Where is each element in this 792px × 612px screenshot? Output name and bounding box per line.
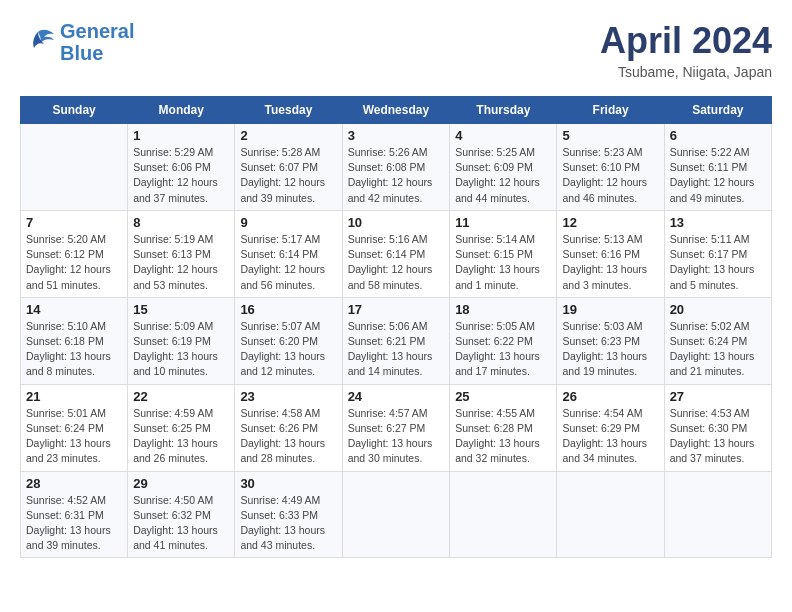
calendar-cell: 1Sunrise: 5:29 AM Sunset: 6:06 PM Daylig… xyxy=(128,124,235,211)
calendar-cell: 4Sunrise: 5:25 AM Sunset: 6:09 PM Daylig… xyxy=(450,124,557,211)
calendar-cell: 19Sunrise: 5:03 AM Sunset: 6:23 PM Dayli… xyxy=(557,297,664,384)
day-number: 4 xyxy=(455,128,551,143)
cell-info: Sunrise: 4:53 AM Sunset: 6:30 PM Dayligh… xyxy=(670,406,766,467)
day-number: 17 xyxy=(348,302,445,317)
day-number: 1 xyxy=(133,128,229,143)
location: Tsubame, Niigata, Japan xyxy=(600,64,772,80)
week-row-5: 28Sunrise: 4:52 AM Sunset: 6:31 PM Dayli… xyxy=(21,471,772,558)
day-number: 8 xyxy=(133,215,229,230)
cell-info: Sunrise: 5:20 AM Sunset: 6:12 PM Dayligh… xyxy=(26,232,122,293)
cell-info: Sunrise: 5:19 AM Sunset: 6:13 PM Dayligh… xyxy=(133,232,229,293)
day-number: 26 xyxy=(562,389,658,404)
calendar-cell: 7Sunrise: 5:20 AM Sunset: 6:12 PM Daylig… xyxy=(21,210,128,297)
cell-info: Sunrise: 5:02 AM Sunset: 6:24 PM Dayligh… xyxy=(670,319,766,380)
day-number: 2 xyxy=(240,128,336,143)
calendar-cell: 12Sunrise: 5:13 AM Sunset: 6:16 PM Dayli… xyxy=(557,210,664,297)
week-row-1: 1Sunrise: 5:29 AM Sunset: 6:06 PM Daylig… xyxy=(21,124,772,211)
day-number: 9 xyxy=(240,215,336,230)
cell-info: Sunrise: 5:09 AM Sunset: 6:19 PM Dayligh… xyxy=(133,319,229,380)
cell-info: Sunrise: 5:10 AM Sunset: 6:18 PM Dayligh… xyxy=(26,319,122,380)
day-header-sunday: Sunday xyxy=(21,97,128,124)
cell-info: Sunrise: 5:16 AM Sunset: 6:14 PM Dayligh… xyxy=(348,232,445,293)
cell-info: Sunrise: 4:52 AM Sunset: 6:31 PM Dayligh… xyxy=(26,493,122,554)
cell-info: Sunrise: 5:07 AM Sunset: 6:20 PM Dayligh… xyxy=(240,319,336,380)
day-number: 29 xyxy=(133,476,229,491)
calendar-cell: 23Sunrise: 4:58 AM Sunset: 6:26 PM Dayli… xyxy=(235,384,342,471)
calendar-cell: 17Sunrise: 5:06 AM Sunset: 6:21 PM Dayli… xyxy=(342,297,450,384)
day-number: 28 xyxy=(26,476,122,491)
title-block: April 2024 Tsubame, Niigata, Japan xyxy=(600,20,772,80)
day-number: 16 xyxy=(240,302,336,317)
day-number: 10 xyxy=(348,215,445,230)
day-header-tuesday: Tuesday xyxy=(235,97,342,124)
day-header-friday: Friday xyxy=(557,97,664,124)
cell-info: Sunrise: 5:14 AM Sunset: 6:15 PM Dayligh… xyxy=(455,232,551,293)
day-number: 6 xyxy=(670,128,766,143)
calendar-cell: 25Sunrise: 4:55 AM Sunset: 6:28 PM Dayli… xyxy=(450,384,557,471)
cell-info: Sunrise: 5:23 AM Sunset: 6:10 PM Dayligh… xyxy=(562,145,658,206)
cell-info: Sunrise: 5:26 AM Sunset: 6:08 PM Dayligh… xyxy=(348,145,445,206)
calendar-cell: 24Sunrise: 4:57 AM Sunset: 6:27 PM Dayli… xyxy=(342,384,450,471)
week-row-4: 21Sunrise: 5:01 AM Sunset: 6:24 PM Dayli… xyxy=(21,384,772,471)
day-number: 24 xyxy=(348,389,445,404)
calendar-cell: 11Sunrise: 5:14 AM Sunset: 6:15 PM Dayli… xyxy=(450,210,557,297)
calendar-cell: 6Sunrise: 5:22 AM Sunset: 6:11 PM Daylig… xyxy=(664,124,771,211)
cell-info: Sunrise: 5:05 AM Sunset: 6:22 PM Dayligh… xyxy=(455,319,551,380)
calendar-cell: 8Sunrise: 5:19 AM Sunset: 6:13 PM Daylig… xyxy=(128,210,235,297)
cell-info: Sunrise: 5:03 AM Sunset: 6:23 PM Dayligh… xyxy=(562,319,658,380)
calendar-cell: 29Sunrise: 4:50 AM Sunset: 6:32 PM Dayli… xyxy=(128,471,235,558)
calendar-cell xyxy=(21,124,128,211)
calendar-cell: 20Sunrise: 5:02 AM Sunset: 6:24 PM Dayli… xyxy=(664,297,771,384)
cell-info: Sunrise: 4:50 AM Sunset: 6:32 PM Dayligh… xyxy=(133,493,229,554)
week-row-2: 7Sunrise: 5:20 AM Sunset: 6:12 PM Daylig… xyxy=(21,210,772,297)
logo: General Blue xyxy=(20,20,134,64)
calendar-cell: 3Sunrise: 5:26 AM Sunset: 6:08 PM Daylig… xyxy=(342,124,450,211)
day-number: 14 xyxy=(26,302,122,317)
cell-info: Sunrise: 5:11 AM Sunset: 6:17 PM Dayligh… xyxy=(670,232,766,293)
calendar-cell: 5Sunrise: 5:23 AM Sunset: 6:10 PM Daylig… xyxy=(557,124,664,211)
day-number: 3 xyxy=(348,128,445,143)
day-number: 13 xyxy=(670,215,766,230)
calendar-cell: 30Sunrise: 4:49 AM Sunset: 6:33 PM Dayli… xyxy=(235,471,342,558)
logo-text: General Blue xyxy=(60,20,134,64)
month-title: April 2024 xyxy=(600,20,772,62)
calendar-cell xyxy=(342,471,450,558)
day-number: 19 xyxy=(562,302,658,317)
day-number: 18 xyxy=(455,302,551,317)
week-row-3: 14Sunrise: 5:10 AM Sunset: 6:18 PM Dayli… xyxy=(21,297,772,384)
calendar-cell: 14Sunrise: 5:10 AM Sunset: 6:18 PM Dayli… xyxy=(21,297,128,384)
cell-info: Sunrise: 4:57 AM Sunset: 6:27 PM Dayligh… xyxy=(348,406,445,467)
calendar-cell: 13Sunrise: 5:11 AM Sunset: 6:17 PM Dayli… xyxy=(664,210,771,297)
calendar-cell xyxy=(664,471,771,558)
day-number: 15 xyxy=(133,302,229,317)
calendar-cell: 15Sunrise: 5:09 AM Sunset: 6:19 PM Dayli… xyxy=(128,297,235,384)
day-number: 20 xyxy=(670,302,766,317)
day-header-thursday: Thursday xyxy=(450,97,557,124)
cell-info: Sunrise: 4:59 AM Sunset: 6:25 PM Dayligh… xyxy=(133,406,229,467)
calendar-cell: 28Sunrise: 4:52 AM Sunset: 6:31 PM Dayli… xyxy=(21,471,128,558)
day-number: 21 xyxy=(26,389,122,404)
day-number: 30 xyxy=(240,476,336,491)
day-number: 7 xyxy=(26,215,122,230)
cell-info: Sunrise: 5:25 AM Sunset: 6:09 PM Dayligh… xyxy=(455,145,551,206)
calendar-cell: 27Sunrise: 4:53 AM Sunset: 6:30 PM Dayli… xyxy=(664,384,771,471)
cell-info: Sunrise: 5:29 AM Sunset: 6:06 PM Dayligh… xyxy=(133,145,229,206)
calendar-cell: 22Sunrise: 4:59 AM Sunset: 6:25 PM Dayli… xyxy=(128,384,235,471)
day-header-monday: Monday xyxy=(128,97,235,124)
cell-info: Sunrise: 5:06 AM Sunset: 6:21 PM Dayligh… xyxy=(348,319,445,380)
calendar-cell: 10Sunrise: 5:16 AM Sunset: 6:14 PM Dayli… xyxy=(342,210,450,297)
day-number: 5 xyxy=(562,128,658,143)
calendar-cell: 9Sunrise: 5:17 AM Sunset: 6:14 PM Daylig… xyxy=(235,210,342,297)
day-header-wednesday: Wednesday xyxy=(342,97,450,124)
day-number: 23 xyxy=(240,389,336,404)
day-number: 22 xyxy=(133,389,229,404)
calendar-cell: 18Sunrise: 5:05 AM Sunset: 6:22 PM Dayli… xyxy=(450,297,557,384)
logo-icon xyxy=(20,28,56,56)
calendar-cell: 16Sunrise: 5:07 AM Sunset: 6:20 PM Dayli… xyxy=(235,297,342,384)
day-number: 27 xyxy=(670,389,766,404)
cell-info: Sunrise: 4:55 AM Sunset: 6:28 PM Dayligh… xyxy=(455,406,551,467)
cell-info: Sunrise: 4:49 AM Sunset: 6:33 PM Dayligh… xyxy=(240,493,336,554)
cell-info: Sunrise: 4:58 AM Sunset: 6:26 PM Dayligh… xyxy=(240,406,336,467)
cell-info: Sunrise: 4:54 AM Sunset: 6:29 PM Dayligh… xyxy=(562,406,658,467)
day-number: 25 xyxy=(455,389,551,404)
